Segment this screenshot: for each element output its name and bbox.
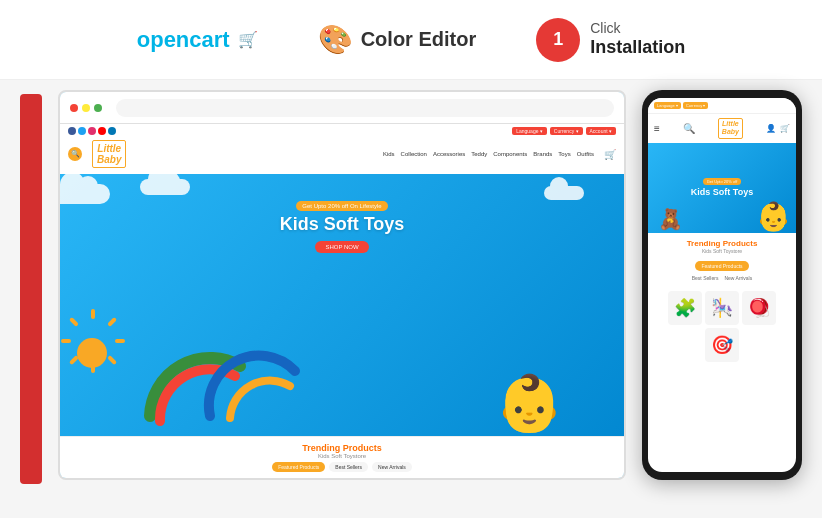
one-click-text-block: Click Installation (590, 20, 685, 58)
nav-accessories[interactable]: Accessories (433, 151, 465, 157)
language-buttons: Language ▾ Currency ▾ Account ▾ (512, 127, 616, 135)
hero-title: Kids Soft Toys (242, 215, 442, 235)
mobile-header: Language ▾ Currency ▾ (648, 98, 796, 114)
youtube-icon (98, 127, 106, 135)
linkedin-icon (108, 127, 116, 135)
shop-now-button[interactable]: SHOP NOW (315, 241, 368, 253)
logo-line1: Little (97, 143, 121, 154)
nav-teddy[interactable]: Teddy (471, 151, 487, 157)
opencart-logo: opencart (137, 27, 230, 53)
nav-brands[interactable]: Brands (533, 151, 552, 157)
mobile-product-1[interactable]: 🧩 (668, 291, 702, 325)
cloud-2 (140, 179, 190, 195)
baby-graphic: 👶 (495, 376, 564, 431)
instagram-icon (88, 127, 96, 135)
product-tabs: Featured Products Best Sellers New Arriv… (68, 462, 616, 472)
tab-newarrivals[interactable]: New Arrivals (372, 462, 412, 472)
store-top-bar: Language ▾ Currency ▾ Account ▾ (68, 127, 616, 137)
mobile-hero-title: Kids Soft Toys (691, 187, 753, 197)
sun-graphic (70, 331, 115, 376)
nav-outfits[interactable]: Outfits (577, 151, 594, 157)
logo-line2: Baby (97, 154, 121, 165)
nav-links: Kids Collection Accessories Teddy Compon… (136, 151, 594, 157)
click-line: Click (590, 20, 685, 37)
mobile-screenshot: Language ▾ Currency ▾ ≡ 🔍 Little Baby 👤 … (642, 90, 802, 480)
mobile-lang-btns: Language ▾ Currency ▾ (654, 102, 708, 109)
hamburger-icon[interactable]: ≡ (654, 123, 660, 134)
mobile-product-2[interactable]: 🎠 (705, 291, 739, 325)
cloud-3 (544, 186, 584, 200)
mobile-search-icon[interactable]: 🔍 (683, 123, 695, 134)
mobile-icons: 👤 🛒 (766, 124, 790, 133)
currency-btn[interactable]: Currency ▾ (550, 127, 583, 135)
search-button[interactable]: 🔍 (68, 147, 82, 161)
dot-red (70, 104, 78, 112)
mobile-inner: Language ▾ Currency ▾ ≡ 🔍 Little Baby 👤 … (648, 98, 796, 472)
cloud-1 (60, 184, 110, 204)
browser-bar (60, 92, 624, 124)
install-line: Installation (590, 37, 685, 59)
mobile-baby-graphic: 👶 (756, 200, 791, 233)
mobile-trending-title: Trending Products (654, 239, 790, 248)
mobile-tab-newarrivals[interactable]: New Arrivals (724, 275, 752, 281)
desktop-screenshot: Language ▾ Currency ▾ Account ▾ 🔍 Little… (58, 90, 626, 480)
tab-bestsellers[interactable]: Best Sellers (329, 462, 368, 472)
mobile-language-btn[interactable]: Language ▾ (654, 102, 681, 109)
mobile-user-icon[interactable]: 👤 (766, 124, 776, 133)
social-icons (68, 127, 116, 135)
color-editor-badge: 🎨 Color Editor (318, 23, 477, 56)
hero-text-area: Get Upto 20% off On Lifestyle Kids Soft … (242, 194, 442, 253)
color-editor-icon: 🎨 (318, 23, 353, 56)
promo-badge: Get Upto 20% off On Lifestyle (296, 201, 387, 211)
mobile-tab-bestsellers[interactable]: Best Sellers (692, 275, 719, 281)
one-click-badge: 1 Click Installation (536, 18, 685, 62)
mobile-nav: ≡ 🔍 Little Baby 👤 🛒 (648, 114, 796, 143)
trending-section: Trending Products Kids Soft Toystore Fea… (60, 436, 624, 478)
trending-title: Trending Products (68, 443, 616, 453)
mobile-product-4[interactable]: 🎯 (705, 328, 739, 362)
mobile-trending-sub: Kids Soft Toystore (654, 248, 790, 254)
store-header: Language ▾ Currency ▾ Account ▾ 🔍 Little… (60, 124, 624, 174)
mobile-product-3[interactable]: 🪀 (742, 291, 776, 325)
store-nav: 🔍 Little Baby Kids Collection Accessorie… (68, 137, 616, 171)
trending-subtitle: Kids Soft Toystore (68, 453, 616, 459)
twitter-icon (78, 127, 86, 135)
mobile-logo-line1: Little (722, 120, 739, 128)
one-click-circle: 1 (536, 18, 580, 62)
facebook-icon (68, 127, 76, 135)
mobile-products-grid: 🧩 🎠 🪀 🎯 (648, 287, 796, 366)
nav-collection[interactable]: Collection (401, 151, 427, 157)
mobile-logo-line2: Baby (722, 128, 739, 136)
toy-arcs (140, 346, 300, 426)
opencart-badge: opencart 🛒 (137, 27, 258, 53)
one-number: 1 (553, 29, 563, 50)
nav-kids[interactable]: Kids (383, 151, 395, 157)
dot-green (94, 104, 102, 112)
store-logo: Little Baby (92, 140, 126, 168)
browser-dots (70, 104, 102, 112)
mobile-currency-btn[interactable]: Currency ▾ (683, 102, 708, 109)
account-btn[interactable]: Account ▾ (586, 127, 616, 135)
cart-icon: 🛒 (238, 30, 258, 49)
browser-url-bar (116, 99, 614, 117)
tab-featured[interactable]: Featured Products (272, 462, 325, 472)
mobile-toy-graphic: 🧸 (658, 207, 683, 231)
color-editor-label: Color Editor (361, 28, 477, 51)
nav-components[interactable]: Components (493, 151, 527, 157)
red-accent-bar (20, 94, 42, 484)
dot-yellow (82, 104, 90, 112)
main-area: Language ▾ Currency ▾ Account ▾ 🔍 Little… (0, 80, 822, 518)
mobile-featured-btn[interactable]: Featured Products (695, 261, 748, 271)
badge-bar: opencart 🛒 🎨 Color Editor 1 Click Instal… (0, 0, 822, 80)
mobile-hero: Get Upto 20% off Kids Soft Toys 🧸 👶 (648, 143, 796, 233)
language-btn[interactable]: Language ▾ (512, 127, 547, 135)
nav-toys[interactable]: Toys (558, 151, 570, 157)
hero-area: Get Upto 20% off On Lifestyle Kids Soft … (60, 174, 624, 436)
mobile-trending: Trending Products Kids Soft Toystore Fea… (648, 233, 796, 287)
cart-icon[interactable]: 🛒 (604, 149, 616, 160)
mobile-tab-links: Best Sellers New Arrivals (654, 275, 790, 281)
mobile-cart-icon[interactable]: 🛒 (780, 124, 790, 133)
mobile-logo: Little Baby (718, 118, 743, 139)
mobile-promo-badge: Get Upto 20% off (703, 178, 742, 185)
